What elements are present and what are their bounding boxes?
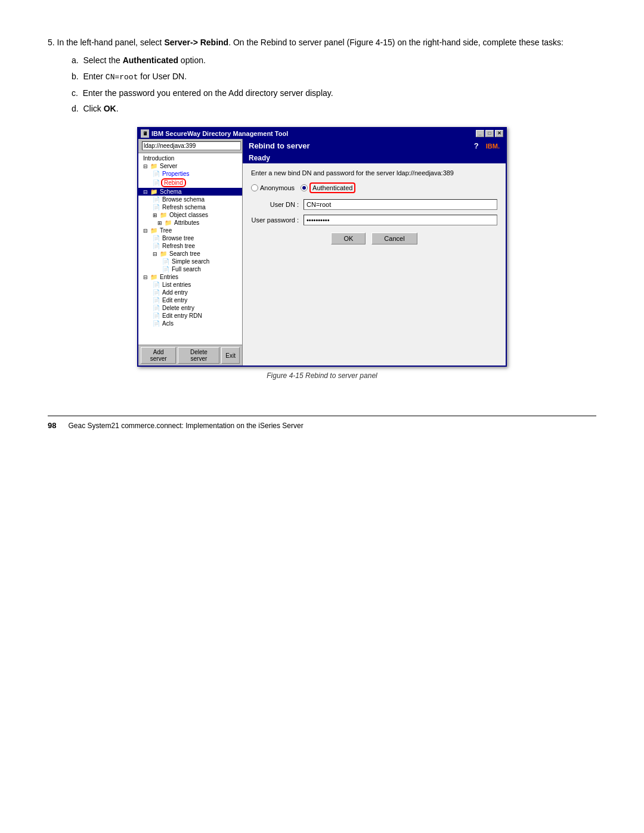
expand-icon-schema: ⊟ bbox=[143, 189, 148, 195]
doc-icon-acls: 📄 bbox=[153, 320, 160, 327]
password-input[interactable] bbox=[304, 215, 497, 225]
expand-icon-entries: ⊟ bbox=[143, 274, 148, 280]
doc-icon-list-entries: 📄 bbox=[153, 281, 160, 288]
expand-icon-tree: ⊟ bbox=[143, 228, 148, 234]
delete-server-button[interactable]: Delete server bbox=[178, 347, 219, 364]
radio-authenticated[interactable]: Authenticated bbox=[301, 182, 355, 193]
radio-anonymous[interactable]: Anonymous bbox=[251, 184, 295, 191]
maximize-button[interactable]: □ bbox=[485, 130, 494, 137]
step-bold-server-rebind: Server-> Rebind bbox=[164, 38, 228, 47]
window-controls[interactable]: _ □ ✕ bbox=[476, 130, 503, 137]
tree-item-attributes[interactable]: ⊞ 📁 Attributes bbox=[138, 219, 242, 227]
ibm-window: 🖥 IBM SecureWay Directory Management Too… bbox=[137, 127, 507, 367]
tree-item-object-classes[interactable]: ⊞ 📁 Object classes bbox=[138, 211, 242, 219]
doc-icon-edit-entry: 📄 bbox=[153, 297, 160, 304]
tree-item-browse-tree[interactable]: 📄 Browse tree bbox=[138, 234, 242, 242]
tree-item-add-entry[interactable]: 📄 Add entry bbox=[138, 289, 242, 296]
sub-step-c: c. Enter the password you entered on the… bbox=[72, 86, 596, 100]
folder-icon-attributes: 📁 bbox=[165, 219, 172, 226]
tree-item-edit-entry-rdn[interactable]: 📄 Edit entry RDN bbox=[138, 312, 242, 320]
sub-step-b: b. Enter CN=root for User DN. bbox=[72, 70, 596, 84]
radio-label-anonymous: Anonymous bbox=[260, 184, 295, 191]
tree-item-introduction[interactable]: Introduction bbox=[138, 154, 242, 162]
userdn-input[interactable] bbox=[304, 199, 497, 210]
field-row-userdn: User DN : bbox=[251, 199, 497, 210]
doc-icon-refresh-schema: 📄 bbox=[153, 204, 160, 210]
instructions-block: 5. In the left-hand panel, select Server… bbox=[48, 36, 596, 115]
left-panel-footer: Add server Delete server Exit bbox=[138, 345, 242, 366]
right-panel-body: Enter a new bind DN and password for the… bbox=[243, 163, 506, 366]
help-button[interactable]: ? bbox=[474, 141, 479, 150]
figure-container: 🖥 IBM SecureWay Directory Management Too… bbox=[48, 127, 596, 380]
page-number: 98 bbox=[48, 421, 56, 430]
tree-item-refresh-schema[interactable]: 📄 Refresh schema bbox=[138, 203, 242, 211]
expand-icon-search-tree: ⊟ bbox=[153, 251, 157, 257]
doc-icon-browse-schema: 📄 bbox=[153, 196, 160, 203]
tree-item-full-search[interactable]: 📄 Full search bbox=[138, 265, 242, 273]
step-number: 5. bbox=[48, 38, 55, 47]
tree-item-server[interactable]: ⊟ 📁 Server bbox=[138, 162, 242, 170]
sub-step-a-text: Select the Authenticated option. bbox=[83, 55, 205, 65]
tree-item-delete-entry[interactable]: 📄 Delete entry bbox=[138, 304, 242, 312]
folder-icon-tree: 📁 bbox=[150, 227, 157, 234]
doc-icon-simple-search: 📄 bbox=[162, 258, 169, 265]
expand-icon-object-classes: ⊞ bbox=[153, 212, 157, 218]
ready-status: Ready bbox=[249, 154, 270, 162]
tree-item-schema[interactable]: ⊟ 📁 Schema bbox=[138, 188, 242, 196]
tree-item-edit-entry[interactable]: 📄 Edit entry bbox=[138, 296, 242, 304]
tree-item-browse-schema[interactable]: 📄 Browse schema bbox=[138, 196, 242, 203]
page-content: 5. In the left-hand panel, select Server… bbox=[48, 36, 596, 430]
panel-subheader: Ready bbox=[243, 153, 506, 163]
window-titlebar: 🖥 IBM SecureWay Directory Management Too… bbox=[138, 128, 506, 139]
tree-item-acls[interactable]: 📄 Acls bbox=[138, 320, 242, 327]
tree-item-entries[interactable]: ⊟ 📁 Entries bbox=[138, 273, 242, 281]
tree-panel: Introduction ⊟ 📁 Server 📄 Properties 📄 bbox=[138, 153, 242, 345]
figure-caption: Figure 4-15 Rebind to server panel bbox=[267, 371, 377, 380]
close-button[interactable]: ✕ bbox=[495, 130, 503, 137]
server-info-text: Enter a new bind DN and password for the… bbox=[251, 169, 497, 176]
doc-icon-browse-tree: 📄 bbox=[153, 235, 160, 241]
page-footer: 98 Geac System21 commerce.connect: Imple… bbox=[48, 416, 596, 430]
window-body: Introduction ⊟ 📁 Server 📄 Properties 📄 bbox=[138, 139, 506, 366]
radio-circle-anonymous[interactable] bbox=[251, 184, 258, 191]
expand-icon-server: ⊟ bbox=[143, 163, 148, 169]
folder-icon-server: 📁 bbox=[150, 163, 157, 169]
step-5: 5. In the left-hand panel, select Server… bbox=[48, 36, 596, 49]
exit-button[interactable]: Exit bbox=[221, 347, 240, 364]
window-title: IBM SecureWay Directory Management Tool bbox=[151, 130, 288, 137]
folder-icon-entries: 📁 bbox=[150, 274, 157, 280]
window-icon: 🖥 bbox=[141, 129, 149, 138]
step-text-before: In the left-hand panel, select bbox=[57, 38, 165, 47]
doc-icon-full-search: 📄 bbox=[162, 266, 169, 272]
doc-icon-add-entry: 📄 bbox=[153, 289, 160, 296]
password-label: User password : bbox=[251, 216, 299, 224]
minimize-button[interactable]: _ bbox=[476, 130, 484, 137]
tree-item-rebind-row[interactable]: 📄 Rebind bbox=[138, 178, 242, 188]
tree-item-list-entries[interactable]: 📄 List entries bbox=[138, 281, 242, 289]
radio-circle-authenticated[interactable] bbox=[301, 184, 308, 191]
sub-step-b-text: Enter CN=root for User DN. bbox=[83, 72, 187, 81]
sub-step-d: d. Click OK. bbox=[72, 102, 596, 115]
url-bar[interactable] bbox=[142, 141, 241, 150]
footer-text: Geac System21 commerce.connect: Implemen… bbox=[68, 422, 303, 430]
expand-icon-attributes: ⊞ bbox=[157, 220, 162, 226]
add-server-button[interactable]: Add server bbox=[141, 347, 176, 364]
panel-title: Rebind to server bbox=[249, 141, 310, 150]
doc-icon-properties: 📄 bbox=[153, 171, 160, 177]
sub-step-a: a. Select the Authenticated option. bbox=[72, 54, 596, 67]
tree-item-tree[interactable]: ⊟ 📁 Tree bbox=[138, 227, 242, 234]
right-panel-header: Rebind to server ? IBM. bbox=[243, 139, 506, 153]
ok-button[interactable]: OK bbox=[331, 233, 366, 244]
radio-label-authenticated: Authenticated bbox=[309, 182, 355, 193]
right-panel: Rebind to server ? IBM. Ready Enter a ne… bbox=[243, 139, 506, 366]
userdn-label: User DN : bbox=[251, 201, 299, 208]
tree-item-refresh-tree[interactable]: 📄 Refresh tree bbox=[138, 242, 242, 250]
cancel-button[interactable]: Cancel bbox=[371, 233, 417, 244]
tree-item-rebind[interactable]: Rebind bbox=[161, 178, 186, 187]
tree-item-properties[interactable]: 📄 Properties bbox=[138, 170, 242, 178]
doc-icon-rebind: 📄 bbox=[153, 179, 160, 186]
tree-item-simple-search[interactable]: 📄 Simple search bbox=[138, 258, 242, 265]
field-row-password: User password : bbox=[251, 215, 497, 225]
tree-item-search-tree[interactable]: ⊟ 📁 Search tree bbox=[138, 250, 242, 258]
doc-icon-delete-entry: 📄 bbox=[153, 305, 160, 311]
